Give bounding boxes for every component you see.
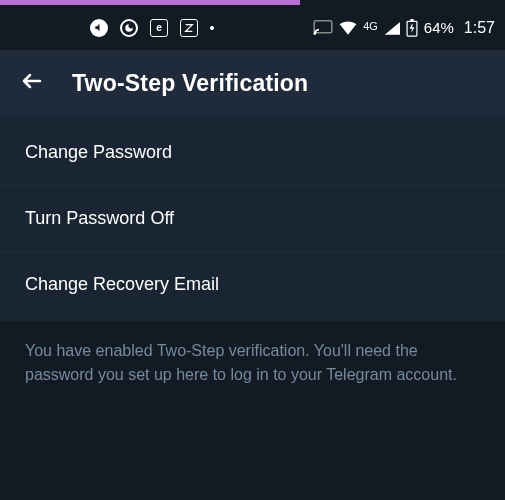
signal-icon bbox=[384, 21, 400, 35]
cast-icon bbox=[313, 20, 333, 36]
footer-description: You have enabled Two-Step verification. … bbox=[0, 321, 505, 405]
turn-password-off-item[interactable]: Turn Password Off bbox=[0, 186, 505, 252]
options-section: Change Password Turn Password Off Change… bbox=[0, 116, 505, 321]
page-title: Two-Step Verification bbox=[72, 70, 308, 97]
change-recovery-email-item[interactable]: Change Recovery Email bbox=[0, 252, 505, 321]
back-arrow-icon[interactable] bbox=[20, 69, 44, 97]
svg-point-1 bbox=[314, 32, 316, 34]
app-header: Two-Step Verification bbox=[0, 50, 505, 116]
clock: 1:57 bbox=[464, 19, 495, 37]
app-z-icon bbox=[180, 19, 198, 37]
wifi-icon bbox=[339, 21, 357, 35]
dot-icon bbox=[210, 26, 214, 30]
app-e-icon: e bbox=[150, 19, 168, 37]
svg-rect-3 bbox=[410, 19, 413, 21]
mute-icon bbox=[90, 19, 108, 37]
battery-icon bbox=[406, 19, 418, 37]
svg-rect-0 bbox=[314, 20, 332, 32]
moon-icon bbox=[120, 19, 138, 37]
battery-percent: 64% bbox=[424, 19, 454, 36]
status-bar: e 4G 64% 1:57 bbox=[0, 5, 505, 50]
change-password-item[interactable]: Change Password bbox=[0, 116, 505, 186]
network-label: 4G bbox=[363, 20, 378, 32]
